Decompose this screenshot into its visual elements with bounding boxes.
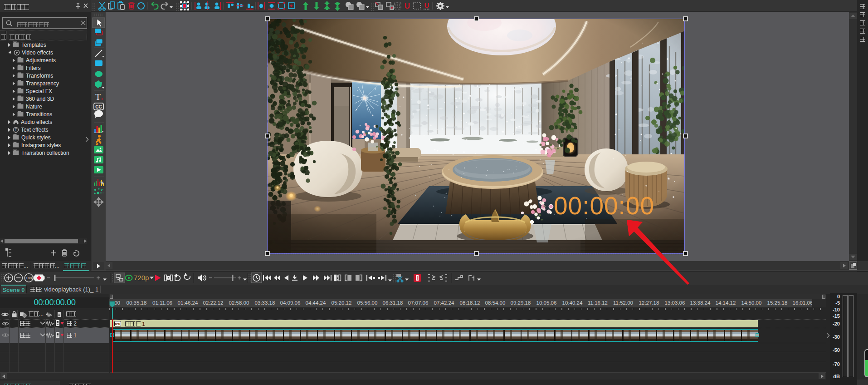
svg-text:U: U: [424, 1, 429, 9]
svg-text:U: U: [405, 2, 410, 10]
svg-text:720p: 720p: [134, 274, 149, 281]
svg-text:T: T: [15, 128, 17, 132]
svg-text:CC: CC: [95, 104, 102, 109]
svg-text:T: T: [95, 92, 101, 102]
svg-text:100: 100: [26, 276, 32, 280]
